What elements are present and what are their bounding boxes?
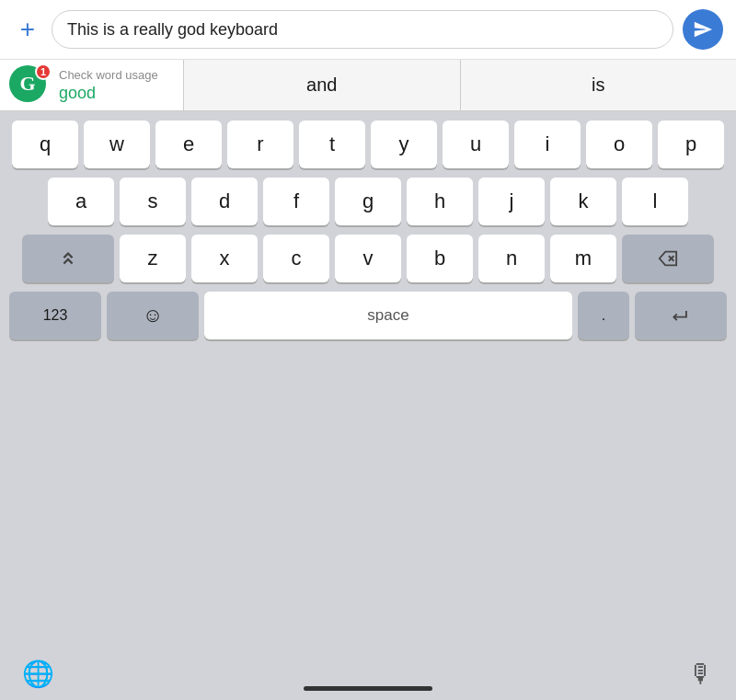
numbers-key[interactable]: 123 — [9, 292, 101, 339]
key-s[interactable]: s — [120, 178, 186, 225]
shift-icon — [58, 248, 78, 269]
grammarly-g-letter: G — [19, 72, 35, 96]
key-k[interactable]: k — [550, 178, 616, 225]
delete-key[interactable] — [622, 235, 714, 282]
key-j[interactable]: j — [478, 178, 545, 225]
key-p[interactable]: p — [658, 120, 724, 168]
return-key[interactable] — [635, 292, 727, 339]
shift-key[interactable] — [22, 235, 114, 282]
key-x[interactable]: x — [191, 235, 258, 282]
key-q[interactable]: q — [12, 120, 78, 168]
key-m[interactable]: m — [550, 235, 616, 282]
keyboard: q w e r t y u i o p a s d f g h j k l z … — [0, 111, 736, 647]
key-v[interactable]: v — [335, 235, 401, 282]
return-icon — [671, 307, 691, 324]
key-y[interactable]: y — [371, 120, 437, 168]
plus-button[interactable]: + — [13, 17, 42, 42]
suggestion-label: Check word usage — [59, 68, 158, 82]
key-u[interactable]: u — [443, 120, 509, 168]
key-c[interactable]: c — [263, 235, 329, 282]
key-l[interactable]: l — [622, 178, 688, 225]
key-o[interactable]: o — [586, 120, 652, 168]
suggestions-bar: G 1 Check word usage good and is — [0, 60, 736, 111]
key-t[interactable]: t — [299, 120, 365, 168]
key-n[interactable]: n — [478, 235, 545, 282]
emoji-key[interactable]: ☺ — [107, 292, 199, 339]
globe-icon[interactable]: 🌐 — [22, 659, 54, 689]
home-indicator — [304, 686, 432, 691]
space-key[interactable]: space — [204, 292, 572, 339]
bottom-wrapper: 🌐 🎙 — [0, 647, 736, 700]
microphone-icon[interactable]: 🎙 — [688, 659, 714, 689]
suggestion-word: good — [59, 84, 158, 103]
grammarly-icon: G 1 — [9, 65, 50, 106]
key-b[interactable]: b — [407, 235, 473, 282]
key-row-3: z x c v b n m — [4, 235, 732, 282]
period-key[interactable]: . — [578, 292, 629, 339]
key-w[interactable]: w — [84, 120, 150, 168]
key-i[interactable]: i — [514, 120, 581, 168]
key-z[interactable]: z — [120, 235, 186, 282]
key-g[interactable]: g — [335, 178, 401, 225]
key-f[interactable]: f — [263, 178, 329, 225]
key-row-4: 123 ☺ space . — [4, 292, 732, 339]
grammarly-suggestion[interactable]: G 1 Check word usage good — [0, 60, 184, 110]
send-icon — [693, 19, 713, 40]
top-bar: + — [0, 0, 736, 60]
suggestion-is[interactable]: is — [461, 60, 737, 110]
message-input[interactable] — [52, 10, 673, 49]
key-row-1: q w e r t y u i o p — [4, 120, 732, 168]
key-row-2: a s d f g h j k l — [4, 178, 732, 225]
send-button[interactable] — [683, 9, 723, 50]
key-h[interactable]: h — [407, 178, 473, 225]
key-a[interactable]: a — [48, 178, 114, 225]
key-d[interactable]: d — [191, 178, 258, 225]
suggestion-and[interactable]: and — [184, 60, 461, 110]
suggestion-text-block: Check word usage good — [59, 68, 158, 103]
key-e[interactable]: e — [155, 120, 222, 168]
bottom-bar: 🌐 🎙 — [0, 647, 736, 700]
key-r[interactable]: r — [227, 120, 293, 168]
grammarly-badge: 1 — [35, 63, 52, 80]
delete-icon — [658, 250, 678, 267]
